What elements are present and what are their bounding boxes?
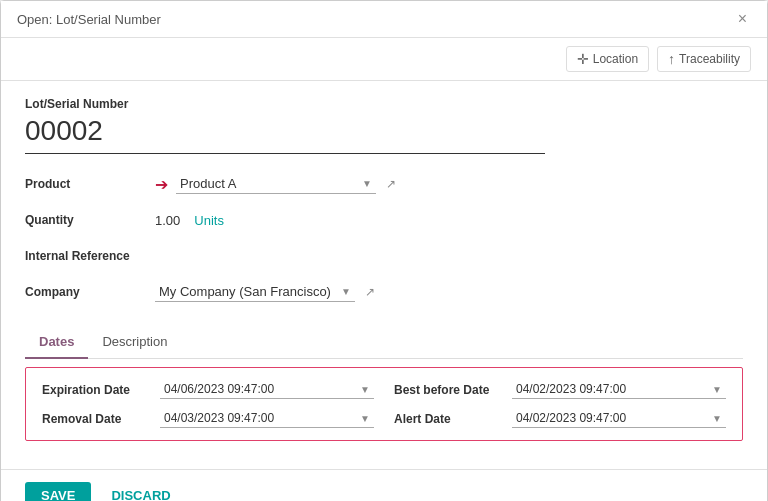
company-label: Company [25, 285, 155, 299]
quantity-row: Quantity 1.00 Units [25, 206, 743, 234]
modal-header: Open: Lot/Serial Number × [1, 1, 767, 38]
quantity-label: Quantity [25, 213, 155, 227]
company-external-link-icon[interactable]: ↗ [365, 285, 375, 299]
removal-date-label: Removal Date [42, 412, 152, 426]
internal-ref-label: Internal Reference [25, 249, 155, 263]
location-label: Location [593, 52, 638, 66]
tab-description[interactable]: Description [88, 326, 181, 359]
product-row: Product ➔ Product A ▼ ↗ [25, 170, 743, 198]
location-button[interactable]: ✛ Location [566, 46, 649, 72]
product-select[interactable]: Product A ▼ [176, 174, 376, 194]
expiration-date-value: 04/06/2023 09:47:00 [164, 382, 360, 396]
alert-date-field[interactable]: 04/02/2023 09:47:00 ▼ [512, 409, 726, 428]
best-before-row: Best before Date 04/02/2023 09:47:00 ▼ [394, 380, 726, 399]
expiration-date-label: Expiration Date [42, 383, 152, 397]
alert-date-row: Alert Date 04/02/2023 09:47:00 ▼ [394, 409, 726, 428]
lot-number: 00002 [25, 115, 545, 154]
removal-date-dropdown-icon: ▼ [360, 413, 370, 424]
tab-dates[interactable]: Dates [25, 326, 88, 359]
company-text: My Company (San Francisco) [159, 284, 337, 299]
close-button[interactable]: × [734, 9, 751, 29]
modal-toolbar: ✛ Location ↑ Traceability [1, 38, 767, 81]
product-arrow-icon: ➔ [155, 175, 168, 194]
modal-title: Open: Lot/Serial Number [17, 12, 161, 27]
company-select[interactable]: My Company (San Francisco) ▼ [155, 282, 355, 302]
expiration-date-field[interactable]: 04/06/2023 09:47:00 ▼ [160, 380, 374, 399]
expiration-date-row: Expiration Date 04/06/2023 09:47:00 ▼ [42, 380, 374, 399]
alert-date-label: Alert Date [394, 412, 504, 426]
traceability-icon: ↑ [668, 51, 675, 67]
alert-date-dropdown-icon: ▼ [712, 413, 722, 424]
modal-footer: SAVE DISCARD [1, 469, 767, 501]
discard-button[interactable]: DISCARD [103, 482, 178, 501]
best-before-label: Best before Date [394, 383, 504, 397]
removal-date-row: Removal Date 04/03/2023 09:47:00 ▼ [42, 409, 374, 428]
product-value: ➔ Product A ▼ ↗ [155, 174, 743, 194]
modal-container: Open: Lot/Serial Number × ✛ Location ↑ T… [0, 0, 768, 501]
product-text: Product A [180, 176, 358, 191]
product-external-link-icon[interactable]: ↗ [386, 177, 396, 191]
quantity-number: 1.00 [155, 213, 180, 228]
best-before-field[interactable]: 04/02/2023 09:47:00 ▼ [512, 380, 726, 399]
quantity-value: 1.00 Units [155, 213, 743, 228]
tabs-nav: Dates Description [25, 326, 743, 359]
lot-label: Lot/Serial Number [25, 97, 743, 111]
removal-date-field[interactable]: 04/03/2023 09:47:00 ▼ [160, 409, 374, 428]
alert-date-value: 04/02/2023 09:47:00 [516, 411, 712, 425]
form-grid: Product ➔ Product A ▼ ↗ Quantity 1.00 Un… [25, 170, 743, 306]
company-dropdown-icon: ▼ [341, 286, 351, 297]
company-value: My Company (San Francisco) ▼ ↗ [155, 282, 743, 302]
save-button[interactable]: SAVE [25, 482, 91, 501]
modal-body: Lot/Serial Number 00002 Product ➔ Produc… [1, 81, 767, 469]
tabs-container: Dates Description Expiration Date 04/06/… [25, 326, 743, 441]
dates-grid: Expiration Date 04/06/2023 09:47:00 ▼ Be… [42, 380, 726, 428]
best-before-value: 04/02/2023 09:47:00 [516, 382, 712, 396]
product-label: Product [25, 177, 155, 191]
units-link[interactable]: Units [194, 213, 224, 228]
location-icon: ✛ [577, 51, 589, 67]
removal-date-value: 04/03/2023 09:47:00 [164, 411, 360, 425]
traceability-label: Traceability [679, 52, 740, 66]
expiration-date-dropdown-icon: ▼ [360, 384, 370, 395]
company-row: Company My Company (San Francisco) ▼ ↗ [25, 278, 743, 306]
internal-ref-row: Internal Reference [25, 242, 743, 270]
dates-tab-content: Expiration Date 04/06/2023 09:47:00 ▼ Be… [25, 367, 743, 441]
product-dropdown-icon: ▼ [362, 178, 372, 189]
traceability-button[interactable]: ↑ Traceability [657, 46, 751, 72]
best-before-dropdown-icon: ▼ [712, 384, 722, 395]
